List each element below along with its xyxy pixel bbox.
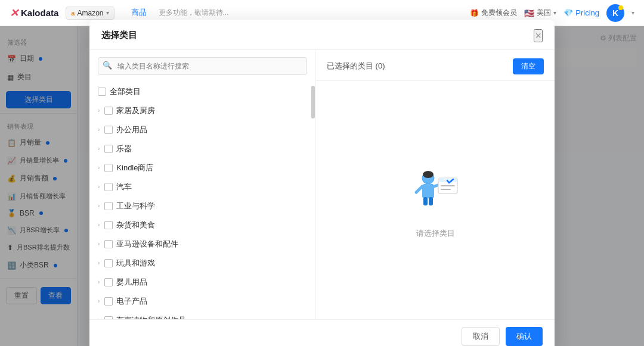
category-arrow-icon: › <box>98 241 100 247</box>
selected-count-label: 已选择的类目 (0) <box>327 61 385 71</box>
category-checkbox-5[interactable] <box>104 202 113 210</box>
modal-title: 选择类目 <box>101 30 137 41</box>
category-item[interactable]: › 乐器 <box>89 139 315 158</box>
amazon-badge[interactable]: a Amazon ▾ <box>66 7 114 20</box>
free-member-btn[interactable]: 🎁 免费领会员 <box>470 8 517 18</box>
all-categories-checkbox[interactable] <box>98 88 106 96</box>
modal-left-panel: 🔍 全部类目 › 家居及厨房 › 办公用品 › <box>89 50 316 319</box>
category-label: 亚马逊设备和配件 <box>116 239 178 250</box>
category-checkbox-4[interactable] <box>104 183 113 191</box>
category-arrow-icon: › <box>98 260 100 266</box>
category-item[interactable]: › 亚马逊设备和配件 <box>89 235 315 254</box>
category-modal: 选择类目 × 🔍 全部类目 › <box>89 20 555 347</box>
category-items-container: › 家居及厨房 › 办公用品 › 乐器 › Kindle商店 › 汽车 › 工业… <box>89 101 315 319</box>
modal-right-body: 请选择类目 <box>316 81 555 319</box>
category-checkbox-3[interactable] <box>104 164 113 172</box>
category-item[interactable]: › 有声读物和原创作品 <box>89 311 315 319</box>
empty-illustration <box>405 161 465 221</box>
category-label: Kindle商店 <box>116 163 153 173</box>
cancel-btn[interactable]: 取消 <box>462 327 500 346</box>
category-item[interactable]: › 杂货和美食 <box>89 216 315 235</box>
category-checkbox-7[interactable] <box>104 240 113 248</box>
category-label: 电子产品 <box>116 296 147 307</box>
category-label: 乐器 <box>116 144 132 154</box>
category-label: 有声读物和原创作品 <box>116 315 186 319</box>
category-arrow-icon: › <box>98 298 100 304</box>
search-icon: 🔍 <box>103 60 112 69</box>
modal-right-panel: 已选择的类目 (0) 清空 <box>316 50 555 319</box>
category-label: 汽车 <box>116 182 132 192</box>
category-item[interactable]: › 电子产品 <box>89 292 315 311</box>
avatar-wrap: K <box>606 4 624 22</box>
modal-footer: 取消 确认 <box>89 319 555 347</box>
clear-btn[interactable]: 清空 <box>513 58 544 74</box>
category-checkbox-2[interactable] <box>104 145 113 153</box>
category-label: 玩具和游戏 <box>116 258 155 269</box>
category-item[interactable]: › 玩具和游戏 <box>89 254 315 273</box>
svg-point-1 <box>423 171 434 178</box>
category-item[interactable]: › 工业与科学 <box>89 197 315 216</box>
user-chevron-icon[interactable]: ▾ <box>631 10 634 16</box>
svg-rect-3 <box>423 197 428 205</box>
modal-overlay[interactable]: 选择类目 × 🔍 全部类目 › <box>0 26 644 346</box>
category-list: 全部类目 › 家居及厨房 › 办公用品 › 乐器 › Kindle商店 › 汽车 <box>89 80 315 319</box>
category-item[interactable]: › 汽车 <box>89 177 315 197</box>
category-checkbox-0[interactable] <box>104 107 113 115</box>
category-checkbox-6[interactable] <box>104 221 113 229</box>
amazon-chevron-icon: ▾ <box>106 10 109 16</box>
amazon-label: Amazon <box>77 9 103 17</box>
category-arrow-icon: › <box>98 317 100 319</box>
category-arrow-icon: › <box>98 145 100 152</box>
category-label: 工业与科学 <box>116 201 155 211</box>
confirm-btn[interactable]: 确认 <box>506 327 543 346</box>
category-arrow-icon: › <box>98 222 100 228</box>
category-arrow-icon: › <box>98 183 100 190</box>
category-arrow-icon: › <box>98 164 100 171</box>
category-checkbox-1[interactable] <box>104 126 113 134</box>
category-arrow-icon: › <box>98 107 100 114</box>
category-arrow-icon: › <box>98 279 100 285</box>
category-label: 办公用品 <box>116 124 147 135</box>
empty-hint-label: 请选择类目 <box>416 228 455 239</box>
modal-close-btn[interactable]: × <box>534 29 543 42</box>
scrollbar-track <box>311 80 315 319</box>
pricing-link[interactable]: 💎 Pricing <box>564 8 599 17</box>
nav-hint: 更多功能，敬请期待... <box>159 8 229 18</box>
category-label: 杂货和美食 <box>116 220 155 230</box>
modal-body: 🔍 全部类目 › 家居及厨房 › 办公用品 › <box>89 50 555 319</box>
modal-right-header: 已选择的类目 (0) 清空 <box>316 50 555 81</box>
category-arrow-icon: › <box>98 202 100 209</box>
category-label: 婴儿用品 <box>116 277 147 288</box>
svg-rect-4 <box>429 197 433 205</box>
category-search-input[interactable] <box>98 57 307 75</box>
category-item[interactable]: › 家居及厨房 <box>89 101 315 120</box>
category-checkbox-9[interactable] <box>104 278 113 286</box>
region-chevron-icon: ▾ <box>553 10 556 16</box>
logo-icon: ✕ <box>10 7 18 20</box>
modal-header: 选择类目 × <box>89 20 555 50</box>
category-checkbox-11[interactable] <box>104 316 113 319</box>
category-arrow-icon: › <box>98 126 100 133</box>
amazon-a-icon: a <box>71 10 75 17</box>
diamond-icon: 💎 <box>564 8 573 17</box>
search-wrap: 🔍 <box>89 50 315 80</box>
category-label: 家居及厨房 <box>116 105 155 116</box>
category-item[interactable]: › 办公用品 <box>89 120 315 139</box>
flag-icon: 🇺🇸 <box>524 8 534 18</box>
category-checkbox-8[interactable] <box>104 259 113 267</box>
svg-rect-2 <box>422 184 434 198</box>
region-btn[interactable]: 🇺🇸 美国 ▾ <box>524 8 556 18</box>
category-item[interactable]: › 婴儿用品 <box>89 273 315 292</box>
logo-text: Kalodata <box>21 8 58 18</box>
category-checkbox-10[interactable] <box>104 297 113 306</box>
gift-icon: 🎁 <box>470 9 479 17</box>
all-categories-item[interactable]: 全部类目 <box>89 82 315 101</box>
svg-line-5 <box>416 186 422 192</box>
notification-dot <box>618 5 623 10</box>
all-categories-label: 全部类目 <box>110 86 141 97</box>
logo[interactable]: ✕ Kalodata <box>10 7 58 20</box>
category-item[interactable]: › Kindle商店 <box>89 158 315 177</box>
scrollbar-thumb <box>311 86 315 119</box>
